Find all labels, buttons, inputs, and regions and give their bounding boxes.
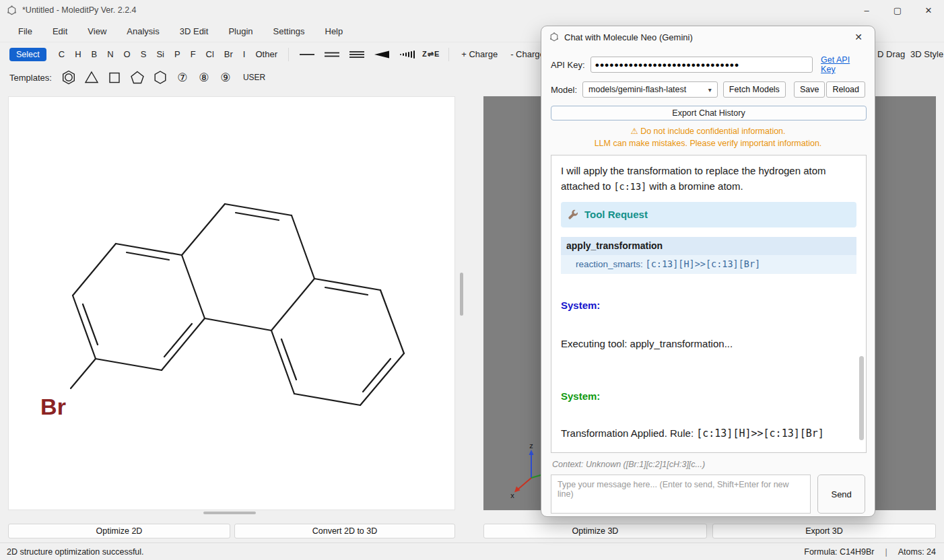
- window-controls: – ▢ ✕: [851, 0, 944, 20]
- status-message: 2D structure optimization successful.: [7, 547, 144, 557]
- ez-bond-button[interactable]: Z⇌E: [419, 48, 442, 60]
- param-label: reaction_smarts:: [576, 259, 646, 269]
- menu-3d-edit[interactable]: 3D Edit: [170, 20, 219, 42]
- benzene-icon: [61, 69, 77, 85]
- atom-button-p[interactable]: P: [170, 46, 185, 62]
- atom-button-h[interactable]: H: [70, 46, 86, 62]
- status-right: Formula: C14H9Br | Atoms: 24: [804, 547, 936, 557]
- 3d-style-button[interactable]: 3D Style: [910, 49, 943, 59]
- maximize-button[interactable]: ▢: [882, 0, 913, 20]
- system-message-result: Transformation Applied. Rule: [c:13][H]>…: [561, 426, 856, 442]
- double-bond-button[interactable]: [320, 47, 344, 62]
- atom-button-br[interactable]: Br: [220, 46, 238, 62]
- convert-2d-to-3d-button[interactable]: Convert 2D to 3D: [234, 524, 455, 538]
- api-key-label: API Key:: [551, 60, 585, 70]
- double-bond-icon: [323, 49, 341, 60]
- menu-view[interactable]: View: [77, 20, 116, 42]
- atom-button-i[interactable]: I: [238, 46, 250, 62]
- 2d-canvas-vertical-scrollbar[interactable]: [460, 273, 463, 316]
- select-tool-button[interactable]: Select: [9, 48, 46, 61]
- assistant-code: [c:13]: [613, 181, 646, 192]
- dialog-close-button[interactable]: ✕: [850, 30, 867, 44]
- system-label-executing: System:: [561, 298, 856, 314]
- close-button[interactable]: ✕: [913, 0, 944, 20]
- atom-button-o[interactable]: O: [119, 46, 135, 62]
- menu-file[interactable]: File: [8, 20, 42, 42]
- atom-button-c[interactable]: C: [54, 46, 69, 62]
- hash-bond-button[interactable]: [395, 47, 419, 62]
- export-chat-history-button[interactable]: Export Chat History: [551, 106, 867, 120]
- toolbar-separator: [448, 48, 449, 61]
- tool-parameter: reaction_smarts: [c:13][H]>>[c:13][Br]: [561, 255, 856, 274]
- triple-bond-button[interactable]: [345, 47, 369, 62]
- single-bond-button[interactable]: [295, 47, 319, 62]
- minimize-button[interactable]: –: [851, 0, 882, 20]
- param-value: [c:13][H]>>[c:13][Br]: [646, 258, 761, 269]
- template-ring3-button[interactable]: [83, 69, 100, 86]
- reload-button[interactable]: Reload: [826, 81, 865, 98]
- optimize-2d-button[interactable]: Optimize 2D: [8, 524, 230, 538]
- save-button[interactable]: Save: [794, 81, 825, 98]
- get-api-key-link[interactable]: Get API Key: [821, 55, 865, 74]
- charge-plus-button[interactable]: + Charge: [455, 46, 504, 62]
- atom-button-b[interactable]: B: [87, 46, 102, 62]
- optimize-3d-button[interactable]: Optimize 3D: [483, 524, 707, 538]
- template-user-button[interactable]: USER: [239, 71, 269, 83]
- menu-help[interactable]: Help: [315, 20, 353, 42]
- svg-text:Br: Br: [40, 394, 66, 419]
- molecule-drawing: Br: [9, 97, 454, 510]
- atom-button-f[interactable]: F: [186, 46, 201, 62]
- template-ring4-button[interactable]: [106, 69, 123, 86]
- menu-settings[interactable]: Settings: [263, 20, 315, 42]
- menu-plugin[interactable]: Plugin: [218, 20, 263, 42]
- atom-button-s[interactable]: S: [136, 46, 151, 62]
- hash-bond-icon: [398, 49, 415, 60]
- dialog-title-bar: Chat with Molecule Neo (Gemini) ✕: [541, 26, 875, 48]
- context-line: Context: Unknown ([Br:1][c:2]1[cH:3][c..…: [552, 460, 864, 469]
- template-ring5-button[interactable]: [129, 69, 146, 86]
- model-row: Model: models/gemini-flash-latest ▾ Fetc…: [541, 81, 875, 98]
- tool-name: apply_transformation: [561, 237, 856, 255]
- 2d-canvas-horizontal-scrollbar[interactable]: [203, 512, 256, 514]
- tool-request-label: Tool Request: [584, 207, 648, 223]
- assistant-message: I will apply the transformation to repla…: [561, 164, 856, 194]
- wedge-bond-button[interactable]: [370, 47, 394, 62]
- 2d-drag-button[interactable]: D Drag: [877, 49, 905, 59]
- api-key-input[interactable]: [591, 57, 813, 73]
- status-bar: 2D structure optimization successful. Fo…: [0, 542, 944, 560]
- atom-button-n[interactable]: N: [102, 46, 118, 62]
- warning-line-2: LLM can make mistakes. Please verify imp…: [541, 137, 875, 149]
- api-key-row: API Key: Get API Key: [541, 55, 875, 74]
- chat-scrollbar[interactable]: [859, 356, 864, 440]
- axis-label-x: x: [510, 491, 514, 499]
- export-3d-button[interactable]: Export 3D: [712, 524, 936, 538]
- dialog-title: Chat with Molecule Neo (Gemini): [564, 32, 693, 42]
- tool-request-banner: Tool Request: [561, 202, 856, 228]
- send-button[interactable]: Send: [817, 475, 865, 514]
- template-benzene-button[interactable]: [60, 69, 77, 86]
- system-label-result: System:: [561, 389, 856, 405]
- atom-button-si[interactable]: Si: [151, 46, 169, 62]
- message-input[interactable]: [551, 475, 811, 514]
- wedge-bond-icon: [373, 49, 391, 60]
- app-icon: [7, 5, 17, 15]
- window-title: *Untitled - MoleditPy Ver. 2.2.4: [22, 5, 137, 15]
- menu-analysis[interactable]: Analysis: [116, 20, 169, 42]
- 2d-canvas[interactable]: Br: [8, 96, 455, 510]
- atom-button-cl[interactable]: Cl: [201, 46, 219, 62]
- template-ring8-button[interactable]: ⑧: [196, 71, 212, 85]
- template-ring9-button[interactable]: ⑨: [217, 71, 234, 85]
- atom-count: Atoms: 24: [898, 547, 936, 557]
- pentagon-icon: [130, 70, 145, 85]
- message-input-row: Send: [551, 475, 865, 514]
- triangle-icon: [84, 70, 99, 85]
- square-icon: [107, 70, 122, 85]
- chat-history[interactable]: I will apply the transformation to repla…: [551, 155, 867, 453]
- rule-code: [c:13][H]>>[c:13][Br]: [696, 427, 824, 440]
- template-ring7-button[interactable]: ⑦: [174, 71, 191, 85]
- menu-edit[interactable]: Edit: [42, 20, 77, 42]
- atom-button-other[interactable]: Other: [250, 46, 282, 62]
- model-select[interactable]: models/gemini-flash-latest ▾: [582, 81, 718, 98]
- template-ring6-button[interactable]: [151, 69, 169, 86]
- fetch-models-button[interactable]: Fetch Models: [723, 81, 786, 98]
